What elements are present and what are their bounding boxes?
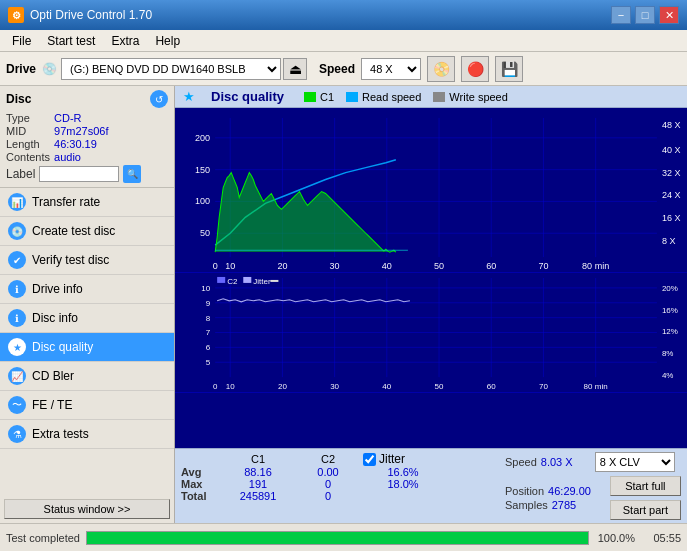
maximize-button[interactable]: □ bbox=[635, 6, 655, 24]
sidebar-item-disc-info[interactable]: ℹ Disc info bbox=[0, 304, 174, 333]
total-c2: 0 bbox=[293, 490, 363, 502]
total-row: Total 245891 0 bbox=[181, 490, 497, 502]
jitter-header-cell: Jitter bbox=[363, 452, 443, 466]
cd-bler-icon: 📈 bbox=[8, 367, 26, 385]
close-button[interactable]: ✕ bbox=[659, 6, 679, 24]
svg-text:80 min: 80 min bbox=[582, 261, 609, 271]
disc-quality-icon: ★ bbox=[8, 338, 26, 356]
titlebar: ⚙ Opti Drive Control 1.70 − □ ✕ bbox=[0, 0, 687, 30]
position-samples-row: Position 46:29.00 Samples 2785 Start ful… bbox=[505, 476, 681, 520]
status-window-area: Status window >> bbox=[0, 495, 174, 523]
svg-text:48 X: 48 X bbox=[662, 120, 681, 130]
sidebar-item-create-test-disc[interactable]: 💿 Create test disc bbox=[0, 217, 174, 246]
svg-text:50: 50 bbox=[435, 382, 444, 391]
minimize-button[interactable]: − bbox=[611, 6, 631, 24]
sidebar-item-disc-quality[interactable]: ★ Disc quality bbox=[0, 333, 174, 362]
sidebar-item-fe-te[interactable]: 〜 FE / TE bbox=[0, 391, 174, 420]
transfer-rate-label: Transfer rate bbox=[32, 195, 100, 209]
lower-chart: 10 9 8 7 6 5 20% 16% 12% 8% 4% C2 Ji bbox=[175, 273, 687, 393]
right-panel: ★ Disc quality C1 Read speed Write speed bbox=[175, 86, 687, 523]
speed-select[interactable]: 48 X bbox=[361, 58, 421, 80]
type-label: Type bbox=[6, 112, 50, 124]
sidebar-item-transfer-rate[interactable]: 📊 Transfer rate bbox=[0, 188, 174, 217]
disc-quality-label: Disc quality bbox=[32, 340, 93, 354]
label-label: Label bbox=[6, 167, 35, 181]
c1-legend-box bbox=[304, 92, 316, 102]
write-speed-legend-label: Write speed bbox=[449, 91, 508, 103]
create-test-disc-icon: 💿 bbox=[8, 222, 26, 240]
samples-label: Samples bbox=[505, 499, 548, 511]
sidebar-item-drive-info[interactable]: ℹ Drive info bbox=[0, 275, 174, 304]
svg-text:8 X: 8 X bbox=[662, 236, 676, 246]
drive-select[interactable]: (G:) BENQ DVD DD DW1640 BSLB bbox=[61, 58, 281, 80]
menu-help[interactable]: Help bbox=[147, 32, 188, 50]
svg-text:40 X: 40 X bbox=[662, 145, 681, 155]
svg-text:10: 10 bbox=[226, 382, 235, 391]
sidebar-item-verify-test-disc[interactable]: ✔ Verify test disc bbox=[0, 246, 174, 275]
statusbar: Test completed 100.0% 05:55 bbox=[0, 523, 687, 551]
sidebar: Disc ↺ Type CD-R MID 97m27s06f Length 46… bbox=[0, 86, 175, 523]
svg-text:9: 9 bbox=[206, 299, 211, 308]
transfer-rate-icon: 📊 bbox=[8, 193, 26, 211]
toolbar-icon-1[interactable]: 📀 bbox=[427, 56, 455, 82]
label-input[interactable] bbox=[39, 166, 119, 182]
verify-test-disc-icon: ✔ bbox=[8, 251, 26, 269]
progress-bar-fill bbox=[87, 532, 588, 544]
svg-text:4%: 4% bbox=[662, 371, 674, 380]
fe-te-icon: 〜 bbox=[8, 396, 26, 414]
svg-text:40: 40 bbox=[382, 261, 392, 271]
bottom-controls: C1 C2 Jitter Avg 88.16 0.00 16.6% Max bbox=[175, 448, 687, 523]
svg-text:Jitter: Jitter bbox=[253, 277, 271, 286]
start-part-button[interactable]: Start part bbox=[610, 500, 681, 520]
total-label: Total bbox=[181, 490, 223, 502]
svg-text:8%: 8% bbox=[662, 349, 674, 358]
avg-jitter: 16.6% bbox=[363, 466, 443, 478]
contents-label: Contents bbox=[6, 151, 50, 163]
legend-write-speed: Write speed bbox=[433, 91, 508, 103]
menu-extra[interactable]: Extra bbox=[103, 32, 147, 50]
menu-file[interactable]: File bbox=[4, 32, 39, 50]
window-controls: − □ ✕ bbox=[611, 6, 679, 24]
svg-text:7: 7 bbox=[206, 329, 211, 338]
verify-test-disc-label: Verify test disc bbox=[32, 253, 109, 267]
svg-rect-62 bbox=[243, 277, 251, 283]
drive-label: Drive bbox=[6, 62, 36, 76]
max-c2: 0 bbox=[293, 478, 363, 490]
eject-button[interactable]: ⏏ bbox=[283, 58, 307, 80]
sidebar-item-extra-tests[interactable]: ⚗ Extra tests bbox=[0, 420, 174, 449]
sidebar-item-cd-bler[interactable]: 📈 CD Bler bbox=[0, 362, 174, 391]
mid-label: MID bbox=[6, 125, 50, 137]
status-text: Test completed bbox=[6, 532, 80, 544]
svg-text:200: 200 bbox=[195, 133, 210, 143]
menu-start-test[interactable]: Start test bbox=[39, 32, 103, 50]
status-window-button[interactable]: Status window >> bbox=[4, 499, 170, 519]
c2-header: C2 bbox=[293, 453, 363, 465]
svg-text:50: 50 bbox=[434, 261, 444, 271]
length-label: Length bbox=[6, 138, 50, 150]
read-speed-legend-box bbox=[346, 92, 358, 102]
speed-row: Speed 8.03 X 8 X CLV 16 X CLV 32 X CLV 4… bbox=[505, 452, 681, 472]
app-title: Opti Drive Control 1.70 bbox=[30, 8, 152, 22]
svg-text:40: 40 bbox=[382, 382, 391, 391]
toolbar-icon-2[interactable]: 🔴 bbox=[461, 56, 489, 82]
max-label: Max bbox=[181, 478, 223, 490]
start-full-button[interactable]: Start full bbox=[610, 476, 681, 496]
label-browse-button[interactable]: 🔍 bbox=[123, 165, 141, 183]
svg-text:150: 150 bbox=[195, 165, 210, 175]
write-speed-legend-box bbox=[433, 92, 445, 102]
svg-rect-60 bbox=[217, 277, 225, 283]
mid-value: 97m27s06f bbox=[54, 125, 168, 137]
disc-info-label: Disc info bbox=[32, 311, 78, 325]
disc-refresh-button[interactable]: ↺ bbox=[150, 90, 168, 108]
svg-text:24 X: 24 X bbox=[662, 190, 681, 200]
disc-info-grid: Type CD-R MID 97m27s06f Length 46:30.19 … bbox=[6, 112, 168, 163]
stats-table: C1 C2 Jitter Avg 88.16 0.00 16.6% Max bbox=[181, 452, 497, 502]
max-row: Max 191 0 18.0% bbox=[181, 478, 497, 490]
svg-text:10: 10 bbox=[201, 284, 210, 293]
legend-read-speed: Read speed bbox=[346, 91, 421, 103]
toolbar-icon-3[interactable]: 💾 bbox=[495, 56, 523, 82]
jitter-checkbox[interactable] bbox=[363, 453, 376, 466]
clv-select[interactable]: 8 X CLV 16 X CLV 32 X CLV 48 X CLV bbox=[595, 452, 675, 472]
type-value: CD-R bbox=[54, 112, 168, 124]
svg-text:16%: 16% bbox=[662, 306, 678, 315]
